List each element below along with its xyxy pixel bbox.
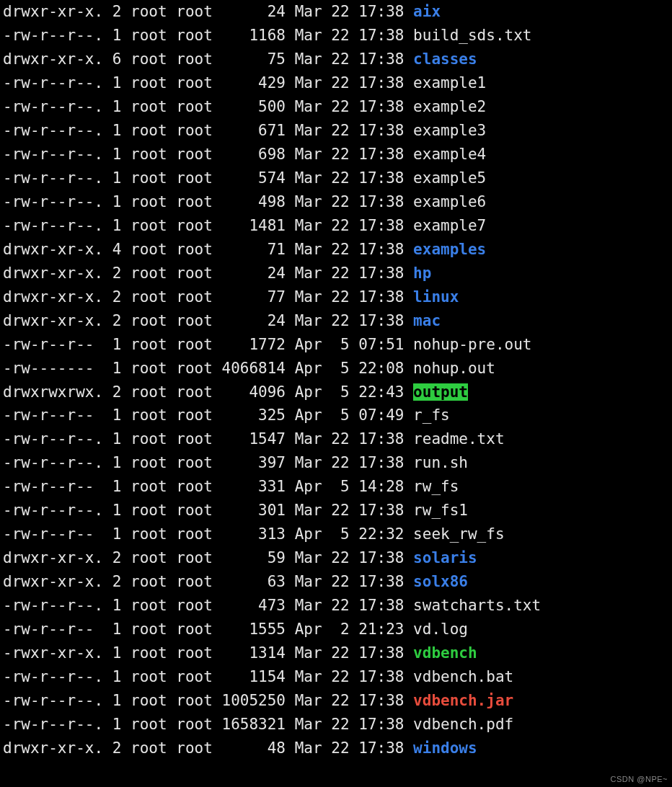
month: Apr bbox=[295, 383, 322, 401]
month: Mar bbox=[295, 217, 322, 234]
file-name: rw_fs1 bbox=[413, 502, 468, 519]
day: 22 bbox=[331, 3, 349, 20]
owner: root bbox=[131, 312, 167, 329]
listing-row: -rw-r--r--. 1 root root 574 Mar 22 17:38… bbox=[3, 166, 669, 190]
listing-row: -rw-r--r--. 1 root root 301 Mar 22 17:38… bbox=[3, 499, 669, 523]
group: root bbox=[176, 621, 213, 638]
group: root bbox=[176, 454, 213, 471]
day: 22 bbox=[331, 549, 349, 566]
group: root bbox=[176, 692, 213, 709]
perms: -rw-r--r--. bbox=[3, 122, 103, 139]
size: 1772 bbox=[222, 336, 286, 353]
perms: -rw-r--r--. bbox=[3, 98, 103, 115]
file-name: hp bbox=[413, 264, 431, 282]
size: 4096 bbox=[222, 383, 286, 401]
month: Apr bbox=[295, 478, 322, 495]
size: 671 bbox=[222, 122, 286, 139]
link-count: 6 bbox=[112, 50, 122, 68]
owner: root bbox=[131, 383, 167, 401]
listing-row: -rw-r--r-- 1 root root 313 Apr 5 22:32 s… bbox=[3, 523, 669, 546]
time: 17:38 bbox=[358, 312, 404, 329]
listing-row: drwxr-xr-x. 4 root root 71 Mar 22 17:38 … bbox=[3, 238, 669, 262]
perms: drwxr-xr-x. bbox=[3, 288, 103, 306]
perms: -rw-r--r-- bbox=[3, 478, 103, 495]
listing-row: -rw-r--r--. 1 root root 671 Mar 22 17:38… bbox=[3, 119, 669, 143]
group: root bbox=[176, 264, 213, 282]
group: root bbox=[176, 3, 213, 20]
month: Mar bbox=[295, 193, 322, 210]
listing-row: -rw-r--r-- 1 root root 325 Apr 5 07:49 r… bbox=[3, 404, 669, 427]
month: Mar bbox=[295, 502, 322, 519]
link-count: 2 bbox=[112, 3, 122, 20]
day: 22 bbox=[331, 169, 349, 187]
month: Mar bbox=[295, 27, 322, 44]
day: 22 bbox=[331, 288, 349, 306]
group: root bbox=[176, 169, 213, 187]
size: 1314 bbox=[222, 644, 286, 662]
month: Apr bbox=[295, 406, 322, 424]
size: 397 bbox=[222, 454, 286, 471]
perms: -rw-r--r-- bbox=[3, 621, 103, 638]
time: 17:38 bbox=[358, 98, 404, 115]
listing-row: -rw-r--r--. 1 root root 1005250 Mar 22 1… bbox=[3, 689, 669, 713]
group: root bbox=[176, 383, 213, 401]
terminal-output[interactable]: drwxr-xr-x. 2 root root 24 Mar 22 17:38 … bbox=[0, 0, 672, 760]
link-count: 2 bbox=[112, 264, 122, 282]
owner: root bbox=[131, 430, 167, 448]
perms: -rwxr-xr-x. bbox=[3, 644, 103, 662]
day: 22 bbox=[331, 454, 349, 471]
group: root bbox=[176, 525, 213, 543]
perms: drwxr-xr-x. bbox=[3, 50, 103, 68]
link-count: 1 bbox=[112, 597, 122, 614]
size: 59 bbox=[222, 549, 286, 566]
time: 17:38 bbox=[358, 3, 404, 20]
day: 22 bbox=[331, 668, 349, 685]
owner: root bbox=[131, 122, 167, 139]
listing-row: drwxr-xr-x. 2 root root 24 Mar 22 17:38 … bbox=[3, 0, 669, 24]
owner: root bbox=[131, 27, 167, 44]
listing-row: drwxr-xr-x. 2 root root 24 Mar 22 17:38 … bbox=[3, 262, 669, 285]
size: 1154 bbox=[222, 668, 286, 685]
perms: drwxr-xr-x. bbox=[3, 264, 103, 282]
file-name: example3 bbox=[413, 122, 486, 139]
perms: -rw-r--r--. bbox=[3, 27, 103, 44]
day: 2 bbox=[331, 621, 349, 638]
link-count: 1 bbox=[112, 169, 122, 187]
perms: -rw-r--r--. bbox=[3, 217, 103, 234]
link-count: 1 bbox=[112, 502, 122, 519]
perms: -rw-r--r--. bbox=[3, 74, 103, 92]
time: 17:38 bbox=[358, 288, 404, 306]
month: Mar bbox=[295, 312, 322, 329]
link-count: 2 bbox=[112, 312, 122, 329]
perms: drwxr-xr-x. bbox=[3, 3, 103, 20]
day: 22 bbox=[331, 193, 349, 210]
time: 17:38 bbox=[358, 739, 404, 757]
link-count: 1 bbox=[112, 193, 122, 210]
listing-row: -rw-r--r-- 1 root root 1772 Apr 5 07:51 … bbox=[3, 333, 669, 357]
size: 1547 bbox=[222, 430, 286, 448]
day: 22 bbox=[331, 74, 349, 92]
month: Mar bbox=[295, 597, 322, 614]
owner: root bbox=[131, 74, 167, 92]
link-count: 1 bbox=[112, 478, 122, 495]
group: root bbox=[176, 193, 213, 210]
owner: root bbox=[131, 478, 167, 495]
day: 22 bbox=[331, 27, 349, 44]
month: Mar bbox=[295, 573, 322, 590]
listing-row: drwxr-xr-x. 2 root root 24 Mar 22 17:38 … bbox=[3, 309, 669, 333]
file-name: swatcharts.txt bbox=[413, 597, 541, 614]
time: 21:23 bbox=[358, 621, 404, 638]
group: root bbox=[176, 241, 213, 258]
time: 17:38 bbox=[358, 146, 404, 163]
time: 22:43 bbox=[358, 383, 404, 401]
month: Mar bbox=[295, 454, 322, 471]
listing-row: -rw-r--r--. 1 root root 498 Mar 22 17:38… bbox=[3, 190, 669, 214]
file-name: windows bbox=[413, 739, 477, 757]
listing-row: -rw-r--r-- 1 root root 331 Apr 5 14:28 r… bbox=[3, 475, 669, 499]
month: Mar bbox=[295, 668, 322, 685]
file-name: example5 bbox=[413, 169, 486, 187]
link-count: 1 bbox=[112, 525, 122, 543]
group: root bbox=[176, 336, 213, 353]
time: 14:28 bbox=[358, 478, 404, 495]
perms: -rw-r--r--. bbox=[3, 668, 103, 685]
